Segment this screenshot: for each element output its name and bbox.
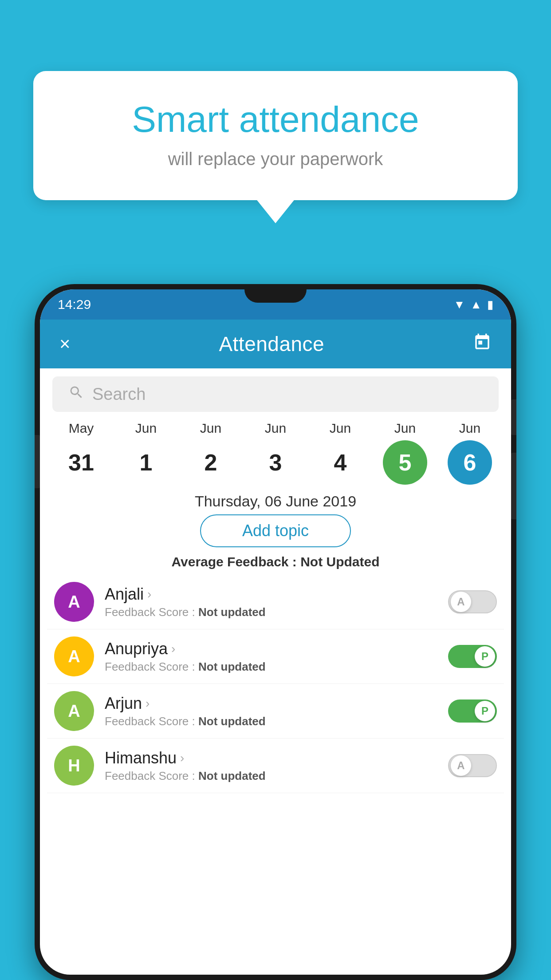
phone-frame: 14:29 ▼ ▲ ▮ × Attendance S: [35, 284, 516, 980]
toggle-switch[interactable]: A: [448, 754, 497, 777]
status-icons: ▼ ▲ ▮: [454, 298, 493, 312]
student-feedback: Feedback Score : Not updated: [105, 660, 437, 674]
student-avatar: A: [54, 691, 94, 731]
student-info: Arjun ›Feedback Score : Not updated: [105, 694, 437, 728]
cal-month-label: Jun: [330, 421, 351, 436]
toggle-knob: A: [451, 755, 471, 776]
cal-date-number: 4: [318, 440, 362, 485]
student-item[interactable]: AAnjali ›Feedback Score : Not updatedA: [47, 575, 504, 629]
status-time: 14:29: [58, 297, 91, 312]
avg-feedback-label: Average Feedback :: [171, 554, 296, 569]
attendance-toggle[interactable]: A: [448, 754, 497, 777]
calendar-day-5[interactable]: Jun5: [378, 421, 432, 485]
student-name: Himanshu ›: [105, 749, 437, 767]
toggle-switch[interactable]: A: [448, 590, 497, 613]
toggle-knob: P: [475, 646, 495, 667]
student-avatar: H: [54, 746, 94, 786]
student-name: Anjali ›: [105, 585, 437, 604]
student-feedback: Feedback Score : Not updated: [105, 769, 437, 783]
phone-notch: [244, 284, 307, 303]
bubble-subtitle: will replace your paperwork: [64, 149, 487, 169]
chevron-icon: ›: [180, 751, 184, 765]
student-list: AAnjali ›Feedback Score : Not updatedAAA…: [40, 575, 511, 793]
app-header: × Attendance: [40, 320, 511, 368]
toggle-switch[interactable]: P: [448, 699, 497, 723]
student-name: Arjun ›: [105, 694, 437, 713]
student-avatar: A: [54, 582, 94, 622]
wifi-icon: ▼: [454, 298, 465, 312]
student-avatar: A: [54, 636, 94, 676]
power-button: [510, 399, 516, 435]
cal-month-label: Jun: [265, 421, 286, 436]
cal-month-label: May: [69, 421, 94, 436]
calendar-day-0[interactable]: May31: [55, 421, 108, 485]
attendance-toggle[interactable]: P: [448, 645, 497, 668]
calendar-day-1[interactable]: Jun1: [119, 421, 173, 485]
student-item[interactable]: AAnupriya ›Feedback Score : Not updatedP: [47, 629, 504, 684]
calendar-day-6[interactable]: Jun6: [443, 421, 496, 485]
calendar-day-2[interactable]: Jun2: [184, 421, 237, 485]
cal-date-number: 6: [448, 440, 492, 485]
avg-feedback: Average Feedback : Not Updated: [40, 554, 511, 569]
speech-bubble: Smart attendance will replace your paper…: [33, 71, 518, 200]
volume-down-button: [510, 453, 516, 519]
search-bar[interactable]: Search: [52, 376, 499, 412]
selected-date-label: Thursday, 06 June 2019: [40, 493, 511, 510]
student-item[interactable]: HHimanshu ›Feedback Score : Not updatedA: [47, 739, 504, 793]
signal-icon: ▲: [470, 298, 482, 312]
cal-date-number: 31: [59, 440, 103, 485]
cal-month-label: Jun: [135, 421, 157, 436]
student-feedback: Feedback Score : Not updated: [105, 715, 437, 728]
phone-screen: 14:29 ▼ ▲ ▮ × Attendance S: [40, 289, 511, 975]
cal-month-label: Jun: [200, 421, 221, 436]
chevron-icon: ›: [147, 587, 151, 601]
calendar-day-4[interactable]: Jun4: [314, 421, 367, 485]
student-info: Anjali ›Feedback Score : Not updated: [105, 585, 437, 619]
cal-month-label: Jun: [394, 421, 416, 436]
toggle-switch[interactable]: P: [448, 645, 497, 668]
calendar-day-3[interactable]: Jun3: [249, 421, 302, 485]
student-info: Himanshu ›Feedback Score : Not updated: [105, 749, 437, 783]
student-feedback: Feedback Score : Not updated: [105, 605, 437, 619]
search-placeholder: Search: [92, 385, 146, 404]
header-title: Attendance: [219, 332, 324, 356]
avg-feedback-value: Not Updated: [300, 554, 379, 569]
bubble-title: Smart attendance: [64, 98, 487, 141]
student-info: Anupriya ›Feedback Score : Not updated: [105, 640, 437, 674]
cal-date-number: 5: [383, 440, 427, 485]
add-topic-button[interactable]: Add topic: [200, 514, 351, 547]
calendar-icon[interactable]: [473, 333, 492, 356]
toggle-knob: P: [475, 701, 495, 721]
attendance-toggle[interactable]: A: [448, 590, 497, 613]
cal-date-number: 2: [189, 440, 233, 485]
calendar-strip: May31Jun1Jun2Jun3Jun4Jun5Jun6: [40, 416, 511, 485]
battery-icon: ▮: [487, 298, 493, 312]
cal-date-number: 3: [253, 440, 298, 485]
student-name: Anupriya ›: [105, 640, 437, 658]
student-item[interactable]: AArjun ›Feedback Score : Not updatedP: [47, 684, 504, 739]
cal-date-number: 1: [124, 440, 168, 485]
search-icon: [68, 384, 84, 404]
cal-month-label: Jun: [459, 421, 480, 436]
toggle-knob: A: [451, 592, 471, 612]
chevron-icon: ›: [171, 642, 175, 656]
attendance-toggle[interactable]: P: [448, 699, 497, 723]
close-button[interactable]: ×: [59, 333, 71, 355]
chevron-icon: ›: [146, 696, 150, 711]
